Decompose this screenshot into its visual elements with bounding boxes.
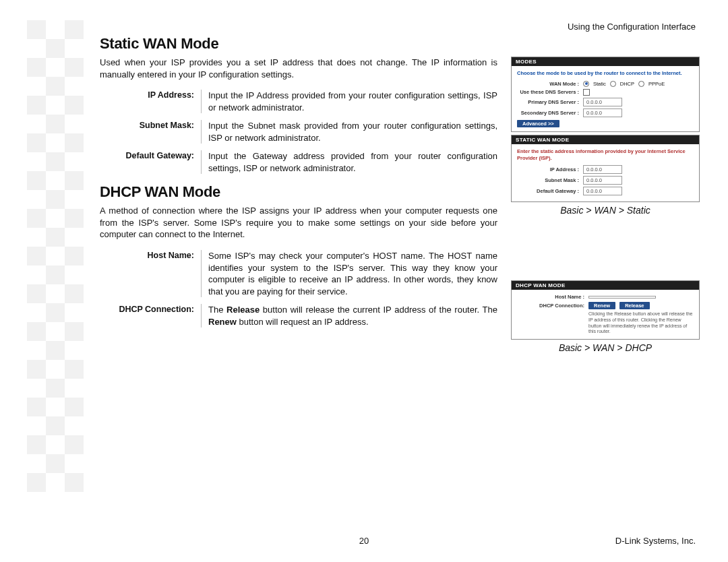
input-static-mask[interactable]: 0.0.0.0 [583, 176, 622, 185]
screenshot-dhcp-group: DHCP WAN Mode Host Name : DHCP Connectio… [511, 280, 700, 353]
radio-label-static: Static [593, 81, 606, 87]
dhcp-wan-panel: DHCP WAN Mode Host Name : DHCP Connectio… [511, 280, 700, 340]
static-wan-panel: Static WAN Mode Enter the static address… [511, 135, 700, 203]
modes-panel: Modes Choose the mode to be used by the … [511, 57, 700, 132]
dhcp-panel-header: DHCP WAN Mode [512, 281, 699, 290]
modes-instruction: Choose the mode to be used by the router… [517, 70, 694, 77]
def-default-gateway: Default Gateway: Input the Gateway addre… [100, 150, 497, 174]
def-ip-address: IP Address: Input the IP Address provide… [100, 90, 497, 113]
heading-dhcp-wan: DHCP WAN Mode [100, 183, 497, 201]
text-host-name: Some ISP's may check your computer's HOS… [202, 250, 497, 297]
label-static-gateway: Default Gateway : [517, 188, 583, 194]
label-static-mask: Subnet Mask : [517, 177, 583, 183]
input-secondary-dns[interactable]: 0.0.0.0 [583, 108, 622, 117]
screenshot-static-group: Modes Choose the mode to be used by the … [511, 57, 700, 216]
text-span: button will request an IP address. [237, 317, 369, 327]
label-host-name: Host Name: [100, 250, 202, 297]
wan-mode-radios: Static DHCP PPPoE [583, 81, 694, 87]
section-path: Using the Configuration Interface [568, 22, 696, 32]
input-static-ip[interactable]: 0.0.0.0 [583, 165, 622, 174]
text-dhcp-connection: The Release button will release the curr… [202, 304, 497, 327]
static-instruction: Enter the static address information pro… [517, 148, 694, 162]
renew-button[interactable]: Renew [588, 302, 615, 309]
release-button[interactable]: Release [619, 302, 649, 309]
label-wan-mode: WAN Mode : [517, 81, 583, 87]
label-secondary-dns: Secondary DNS Server : [517, 110, 583, 116]
input-static-gateway[interactable]: 0.0.0.0 [583, 187, 622, 195]
label-ip-address: IP Address: [100, 90, 202, 113]
static-intro: Used when your ISP provides you a set IP… [100, 57, 497, 80]
def-subnet-mask: Subnet Mask: Input the Subnet mask provi… [100, 120, 497, 144]
radio-static[interactable] [583, 81, 589, 87]
label-host-name-field: Host Name : [517, 294, 588, 300]
footer-company: D-Link Systems, Inc. [615, 536, 696, 546]
static-panel-header: Static WAN Mode [512, 135, 699, 144]
caption-dhcp: Basic > WAN > DHCP [511, 342, 700, 353]
def-host-name: Host Name: Some ISP's may check your com… [100, 250, 497, 297]
dhcp-note: Clicking the Release button above will r… [588, 311, 694, 335]
advanced-button[interactable]: Advanced >> [517, 120, 559, 127]
label-primary-dns: Primary DNS Server : [517, 99, 583, 105]
label-static-ip: IP Address : [517, 166, 583, 173]
label-use-dns: Use these DNS Servers : [517, 89, 583, 95]
label-subnet-mask: Subnet Mask: [100, 120, 202, 144]
page-number: 20 [359, 536, 369, 546]
radio-label-dhcp: DHCP [620, 81, 634, 87]
heading-static-wan: Static WAN Mode [100, 35, 497, 53]
label-dhcp-connection: DHCP Connection: [100, 304, 202, 327]
bold-release: Release [226, 305, 260, 315]
bold-renew: Renew [208, 317, 237, 327]
text-span: button will release the current IP addre… [260, 305, 497, 315]
radio-dhcp[interactable] [610, 81, 616, 87]
dhcp-intro: A method of connection where the ISP ass… [100, 205, 497, 241]
caption-static: Basic > WAN > Static [511, 205, 700, 216]
modes-panel-header: Modes [512, 57, 699, 66]
label-default-gateway: Default Gateway: [100, 150, 202, 174]
text-subnet-mask: Input the Subnet mask provided from your… [202, 120, 497, 144]
text-ip-address: Input the IP Address provided from your … [202, 90, 497, 113]
text-span: The [208, 305, 226, 315]
checkbox-use-dns[interactable] [583, 89, 590, 96]
text-default-gateway: Input the Gateway address provided from … [202, 150, 497, 174]
input-host-name[interactable] [588, 296, 656, 299]
input-primary-dns[interactable]: 0.0.0.0 [583, 98, 622, 106]
def-dhcp-connection: DHCP Connection: The Release button will… [100, 304, 497, 327]
decorative-checker [27, 20, 84, 505]
radio-label-pppoe: PPPoE [648, 81, 665, 87]
radio-pppoe[interactable] [638, 81, 644, 87]
label-dhcp-conn: DHCP Connection: [517, 303, 588, 309]
main-content: Static WAN Mode Used when your ISP provi… [100, 35, 497, 334]
